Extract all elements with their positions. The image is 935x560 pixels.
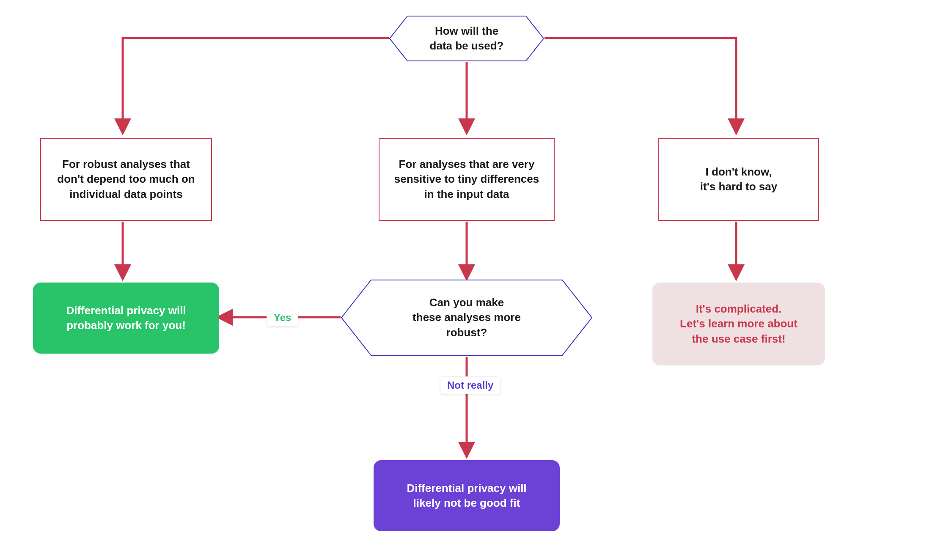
result-complicated-text: It's complicated. Let's learn more about…	[680, 302, 798, 346]
flowchart: How will the data be used? For robust an…	[0, 0, 935, 560]
branch-robust-text: For robust analyses that don't depend to…	[57, 157, 195, 201]
branch-dont-know: I don't know, it's hard to say	[658, 138, 819, 221]
edge-label-yes-text: Yes	[274, 312, 291, 323]
decision-root: How will the data be used?	[389, 15, 544, 62]
edge-label-yes: Yes	[267, 309, 298, 327]
branch-robust-analyses: For robust analyses that don't depend to…	[40, 138, 212, 221]
result-will-work-text: Differential privacy will probably work …	[66, 303, 186, 333]
result-not-good-fit-text: Differential privacy will likely not be …	[407, 481, 526, 511]
edge-label-not-really-text: Not really	[447, 379, 493, 391]
decision-root-text: How will the data be used?	[430, 24, 504, 53]
edge-label-not-really: Not really	[440, 376, 500, 394]
result-will-work: Differential privacy will probably work …	[33, 283, 219, 354]
result-not-good-fit: Differential privacy will likely not be …	[374, 460, 560, 531]
branch-dont-know-text: I don't know, it's hard to say	[700, 165, 777, 194]
branch-sensitive-analyses: For analyses that are very sensitive to …	[379, 138, 555, 221]
decision-make-robust: Can you make these analyses more robust?	[341, 279, 593, 356]
branch-sensitive-text: For analyses that are very sensitive to …	[394, 157, 539, 201]
result-complicated: It's complicated. Let's learn more about…	[652, 283, 825, 365]
decision-make-robust-text: Can you make these analyses more robust?	[412, 295, 521, 340]
